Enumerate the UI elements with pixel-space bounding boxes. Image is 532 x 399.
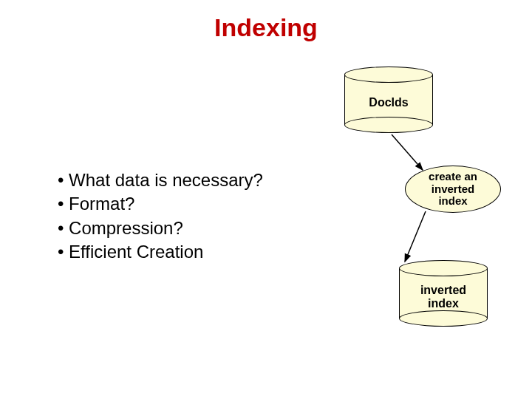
inverted-index-label: inverted index (399, 284, 488, 310)
docids-datastore: DocIds (344, 66, 433, 133)
inverted-index-datastore: inverted index (399, 260, 488, 327)
bullet-item: Efficient Creation (58, 240, 263, 264)
bullet-item: Compression? (58, 216, 263, 240)
create-index-process: create an inverted index (405, 166, 501, 213)
arrow-docids-to-process (392, 134, 423, 170)
arrow-process-to-index (405, 211, 426, 262)
docids-label: DocIds (344, 96, 433, 109)
bullet-item: Format? (58, 192, 263, 216)
slide-title: Indexing (0, 13, 532, 42)
process-line: create an (429, 170, 477, 183)
process-line: index (438, 194, 467, 207)
bullet-list: What data is necessary? Format? Compress… (58, 168, 263, 265)
bullet-item: What data is necessary? (58, 168, 263, 192)
process-line: inverted (432, 183, 474, 195)
